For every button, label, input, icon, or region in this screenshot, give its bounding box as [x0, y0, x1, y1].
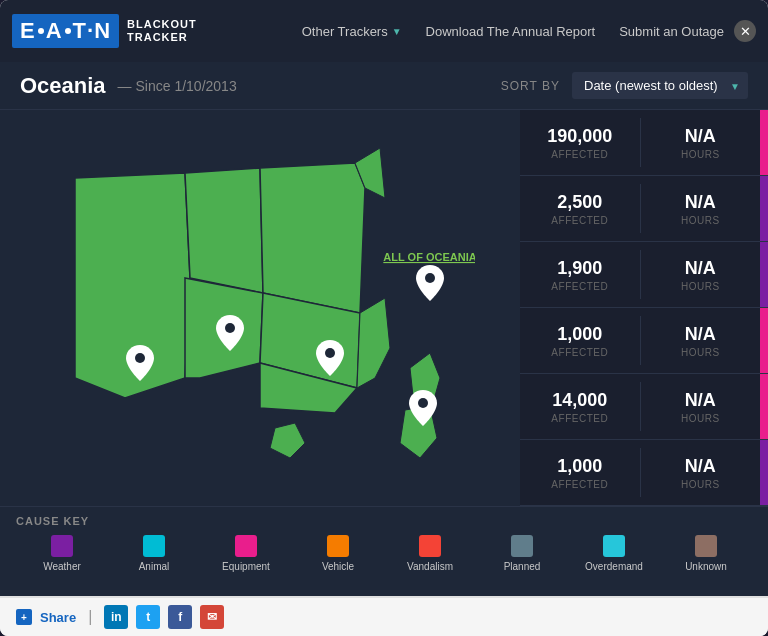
color-indicator [760, 374, 768, 439]
affected-cell: 1,000 AFFECTED [520, 440, 640, 505]
hours-value: N/A [685, 390, 716, 411]
facebook-icon[interactable]: f [168, 605, 192, 629]
data-row[interactable]: 14,000 AFFECTED N/A HOURS [520, 374, 768, 440]
sort-controls: SORT BY Date (newest to oldest) [501, 72, 748, 99]
cause-swatch [327, 535, 349, 557]
cause-swatch [695, 535, 717, 557]
affected-value: 1,000 [557, 324, 602, 345]
data-row[interactable]: 1,000 AFFECTED N/A HOURS [520, 440, 768, 506]
affected-cell: 2,500 AFFECTED [520, 176, 640, 241]
color-indicator [760, 440, 768, 505]
data-row[interactable]: 2,500 AFFECTED N/A HOURS [520, 176, 768, 242]
affected-label: AFFECTED [551, 149, 608, 160]
affected-value: 190,000 [547, 126, 612, 147]
cause-label: Weather [43, 561, 81, 572]
cause-key-item: Vehicle [292, 535, 384, 572]
cause-label: Planned [504, 561, 541, 572]
data-row[interactable]: 190,000 AFFECTED N/A HOURS [520, 110, 768, 176]
hours-value: N/A [685, 192, 716, 213]
cause-key-item: Planned [476, 535, 568, 572]
map-area: ALL OF OCEANIA [0, 110, 520, 506]
affected-label: AFFECTED [551, 347, 608, 358]
hours-cell: N/A HOURS [641, 110, 761, 175]
linkedin-icon[interactable]: in [104, 605, 128, 629]
hours-cell: N/A HOURS [641, 242, 761, 307]
affected-label: AFFECTED [551, 281, 608, 292]
svg-point-2 [325, 348, 335, 358]
cause-key-item: Weather [16, 535, 108, 572]
hours-label: HOURS [681, 479, 720, 490]
share-button[interactable]: Share [40, 610, 76, 625]
map-pin-all-oceania[interactable] [416, 265, 444, 301]
affected-value: 2,500 [557, 192, 602, 213]
sort-bar: Oceania — Since 1/10/2013 SORT BY Date (… [0, 62, 768, 110]
footer-divider: | [88, 608, 92, 626]
sort-dropdown-wrapper: Date (newest to oldest) [572, 72, 748, 99]
submit-outage-link[interactable]: Submit an Outage [619, 24, 724, 39]
cause-key-item: Overdemand [568, 535, 660, 572]
other-trackers-dropdown-icon: ▼ [392, 26, 402, 37]
cause-swatch [511, 535, 533, 557]
logo-area: EAT·N BLACKOUT TRACKER [12, 14, 197, 48]
australia-map: ALL OF OCEANIA [45, 118, 475, 498]
affected-cell: 1,900 AFFECTED [520, 242, 640, 307]
download-report-link[interactable]: Download The Annual Report [426, 24, 596, 39]
cause-key-title: CAUSE KEY [16, 515, 752, 527]
affected-label: AFFECTED [551, 413, 608, 424]
cause-swatch [143, 535, 165, 557]
hours-label: HOURS [681, 281, 720, 292]
affected-cell: 1,000 AFFECTED [520, 308, 640, 373]
cause-swatch [51, 535, 73, 557]
header: EAT·N BLACKOUT TRACKER Other Trackers ▼ … [0, 0, 768, 62]
svg-point-3 [425, 273, 435, 283]
region-since: — Since 1/10/2013 [118, 78, 237, 94]
email-icon[interactable]: ✉ [200, 605, 224, 629]
hours-label: HOURS [681, 413, 720, 424]
color-indicator [760, 308, 768, 373]
affected-label: AFFECTED [551, 479, 608, 490]
hours-cell: N/A HOURS [641, 440, 761, 505]
hours-value: N/A [685, 258, 716, 279]
hours-label: HOURS [681, 149, 720, 160]
all-oceania-text: ALL OF OCEANIA [383, 251, 475, 263]
cause-label: Vehicle [322, 561, 354, 572]
affected-cell: 14,000 AFFECTED [520, 374, 640, 439]
logo-subtitle: BLACKOUT TRACKER [127, 18, 197, 44]
affected-value: 1,900 [557, 258, 602, 279]
hours-value: N/A [685, 456, 716, 477]
twitter-icon[interactable]: t [136, 605, 160, 629]
affected-cell: 190,000 AFFECTED [520, 110, 640, 175]
close-button[interactable]: ✕ [734, 20, 756, 42]
svg-point-0 [135, 353, 145, 363]
map-svg-wrapper: ALL OF OCEANIA [0, 110, 520, 506]
affected-label: AFFECTED [551, 215, 608, 226]
cause-label: Vandalism [407, 561, 453, 572]
cause-label: Unknown [685, 561, 727, 572]
data-row[interactable]: 1,000 AFFECTED N/A HOURS [520, 308, 768, 374]
main-content: ALL OF OCEANIA 190,000 AFFECTED N/A HOUR… [0, 110, 768, 506]
cause-label: Animal [139, 561, 170, 572]
sort-dropdown[interactable]: Date (newest to oldest) [572, 72, 748, 99]
cause-label: Overdemand [585, 561, 643, 572]
hours-value: N/A [685, 126, 716, 147]
share-plus-icon: + [16, 609, 32, 625]
color-indicator [760, 242, 768, 307]
cause-swatch [603, 535, 625, 557]
cause-key-area: CAUSE KEY Weather Animal Equipment Vehic… [0, 506, 768, 596]
color-indicator [760, 110, 768, 175]
sort-label: SORT BY [501, 79, 560, 93]
cause-swatch [419, 535, 441, 557]
other-trackers-link[interactable]: Other Trackers ▼ [302, 24, 402, 39]
data-row[interactable]: 1,900 AFFECTED N/A HOURS [520, 242, 768, 308]
svg-point-4 [418, 398, 428, 408]
eaton-logo: EAT·N [12, 14, 119, 48]
affected-value: 1,000 [557, 456, 602, 477]
region-title: Oceania [20, 73, 106, 99]
hours-cell: N/A HOURS [641, 308, 761, 373]
hours-value: N/A [685, 324, 716, 345]
hours-label: HOURS [681, 347, 720, 358]
svg-point-1 [225, 323, 235, 333]
cause-swatch [235, 535, 257, 557]
cause-key-item: Vandalism [384, 535, 476, 572]
footer: + Share | in t f ✉ [0, 596, 768, 636]
